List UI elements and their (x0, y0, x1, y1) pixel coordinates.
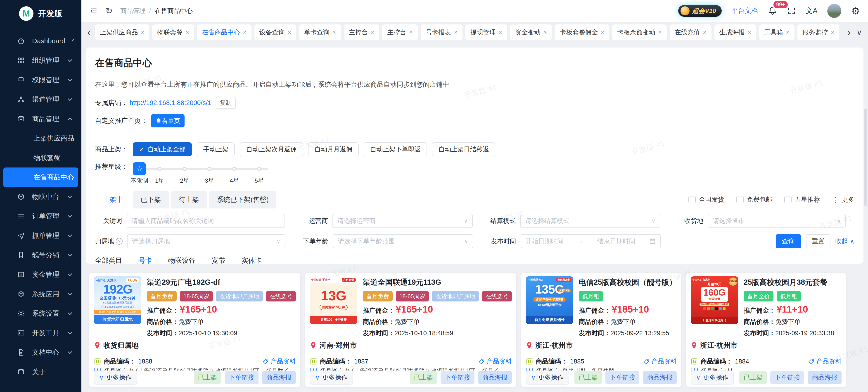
more-actions-button[interactable]: ∨更多操作 (94, 370, 137, 385)
close-icon[interactable]: × (748, 29, 751, 36)
slider-stop[interactable] (257, 167, 261, 171)
status-tab-pending[interactable]: 待上架 (171, 191, 207, 208)
page-tab[interactable]: 号卡报表× (421, 24, 463, 40)
close-icon[interactable]: × (786, 29, 790, 36)
order-link-button[interactable]: 下单链接 (606, 371, 639, 384)
page-tab[interactable]: 物联套餐× (152, 24, 194, 40)
platform-docs-link[interactable]: 平台文档 (732, 6, 758, 16)
more-filters-link[interactable]: ⋮更多 (832, 195, 855, 204)
sidebar-item-docs[interactable]: 文档中心 (0, 343, 82, 362)
checkbox-five-star[interactable]: 五星推荐 (784, 195, 820, 204)
vertical-scrollbar[interactable] (864, 109, 867, 206)
close-icon[interactable]: × (703, 29, 707, 36)
close-icon[interactable]: × (658, 29, 662, 36)
status-tab-onsale[interactable]: 上架中 (95, 191, 131, 208)
slider-stop[interactable] (158, 167, 162, 171)
sidebar-item-iot[interactable]: 物联中台 (0, 187, 82, 206)
close-icon[interactable]: × (371, 29, 374, 36)
sidebar-subitem-onsale-center[interactable]: 在售商品中心 (3, 167, 78, 187)
more-actions-button[interactable]: ∨更多操作 (526, 370, 569, 385)
slider-stop[interactable] (232, 167, 236, 171)
page-tab[interactable]: 工具箱× (759, 24, 795, 40)
view-page-button[interactable]: 查看单页 (151, 114, 185, 128)
slider-stop[interactable] (207, 167, 212, 171)
close-icon[interactable]: × (288, 29, 291, 36)
close-icon[interactable]: × (601, 29, 604, 36)
tabs-scroll-left-icon[interactable]: ‹ (86, 27, 92, 37)
poster-button[interactable]: 商品海报 (262, 371, 296, 384)
page-tab[interactable]: 卡板套餐佣金× (555, 24, 609, 40)
category-tab-simcard[interactable]: 号卡 (138, 256, 152, 264)
help-icon[interactable]: ? (116, 238, 123, 245)
order-link-button[interactable]: 下单链接 (440, 371, 474, 384)
close-icon[interactable]: × (831, 29, 834, 36)
page-tab[interactable]: 主控台× (382, 24, 418, 40)
carrier-select[interactable]: 请选择运营商∨ (333, 214, 473, 228)
sidebar-subitem-iot-plan[interactable]: 物联套餐 (0, 148, 82, 167)
page-tab[interactable]: 卡板余额变动× (612, 24, 667, 40)
slider-handle-star-icon[interactable]: ☆ (133, 162, 146, 175)
onsale-option-monthly[interactable]: 自动月月返佣 (308, 142, 359, 157)
category-tab-physical[interactable]: 实体卡 (242, 256, 262, 264)
page-tab[interactable]: 服务监控× (798, 24, 839, 40)
sidebar-item-order[interactable]: 订单管理 (0, 206, 82, 226)
product-material-link[interactable]: 产品资料 (478, 357, 512, 366)
tabs-menu-icon[interactable]: ∨ (855, 29, 864, 36)
vip-badge[interactable]: 超会V10 (678, 5, 722, 17)
sidebar-item-settings[interactable]: 系统设置 (0, 304, 82, 323)
close-icon[interactable]: × (544, 29, 547, 36)
more-actions-button[interactable]: ∨更多操作 (310, 370, 353, 385)
poster-button[interactable]: 商品海报 (643, 371, 677, 384)
star-mark[interactable]: 2星 (180, 177, 189, 185)
sidebar-item-org[interactable]: 组织管理 (0, 51, 82, 70)
translate-icon[interactable]: 文A (806, 6, 817, 16)
more-actions-button[interactable]: ∨更多操作 (691, 370, 734, 385)
page-tab[interactable]: 提现管理× (465, 24, 507, 40)
settle-mode-select[interactable]: 请选择结算模式∨ (520, 214, 660, 228)
user-avatar[interactable] (827, 4, 841, 18)
order-link-button[interactable]: 下单链接 (224, 371, 258, 384)
product-material-link[interactable]: 产品资料 (262, 357, 296, 366)
product-title[interactable]: 渠道29元广电192G-df (147, 277, 296, 287)
keyword-input[interactable] (127, 214, 285, 228)
settings-gear-icon[interactable]: ⚙ (851, 5, 860, 17)
checkbox-box[interactable] (784, 196, 792, 203)
page-tab[interactable]: 主控台× (344, 24, 379, 40)
sidebar-item-sysapp[interactable]: 系统应用 (0, 284, 82, 304)
page-tab[interactable]: 资金变动× (510, 24, 552, 40)
breadcrumb-parent[interactable]: 商品管理 (120, 6, 146, 15)
sidebar-item-product[interactable]: 商品管理 (0, 109, 82, 129)
poster-button[interactable]: 商品海报 (478, 371, 512, 384)
status-tab-offsale[interactable]: 已下架 (133, 191, 169, 208)
page-tab-active[interactable]: 在售商品中心× (197, 24, 251, 40)
checkbox-box[interactable] (736, 196, 744, 203)
close-icon[interactable]: × (499, 29, 502, 36)
page-tab[interactable]: 上架供应商品× (95, 24, 150, 40)
close-icon[interactable]: × (409, 29, 413, 36)
onsale-option-next-month[interactable]: 自动上架次月返佣 (240, 142, 303, 157)
product-title[interactable]: 渠道全国联通19元113G (363, 277, 512, 287)
sidebar-item-channel[interactable]: 渠道管理 (0, 90, 82, 109)
star-mark[interactable]: 5星 (255, 177, 264, 185)
onsale-option-manual[interactable]: 手动上架 (197, 142, 235, 157)
star-level-slider[interactable]: ☆ 不限制 1星 2星 3星 4星 5星 (133, 162, 278, 184)
close-icon[interactable]: × (243, 29, 247, 36)
onsale-option-daily[interactable]: 自动上架日结秒返 (432, 142, 495, 157)
checkbox-free-shipping[interactable]: 免费包邮 (736, 195, 772, 204)
page-tab[interactable]: 生成海报× (714, 24, 756, 40)
star-mark[interactable]: 不限制 (130, 177, 148, 185)
sidebar-item-funds[interactable]: 资金管理 (0, 265, 82, 284)
belong-area-select[interactable]: 请选择归属地∨ (127, 234, 285, 248)
status-tab-soldout[interactable]: 系统已下架(售罄) (209, 191, 276, 208)
receive-area-select[interactable]: 请选择省市∨ (708, 214, 846, 228)
close-icon[interactable]: × (333, 29, 336, 36)
refresh-icon[interactable]: ↻ (105, 6, 113, 16)
collapse-filters-link[interactable]: 收起∧ (835, 237, 855, 246)
page-tab[interactable]: 在线充值× (670, 24, 712, 40)
shop-url-link[interactable]: http://192.168.1.88:2000/s/1 (130, 99, 211, 107)
category-tab-iot-device[interactable]: 物联设备 (168, 256, 195, 264)
category-tab-broadband[interactable]: 宽带 (212, 256, 225, 264)
copy-button[interactable]: 复制 (216, 97, 236, 109)
star-mark[interactable]: 1星 (155, 177, 164, 185)
sidebar-item-dashboard[interactable]: Dashboard (0, 31, 82, 51)
